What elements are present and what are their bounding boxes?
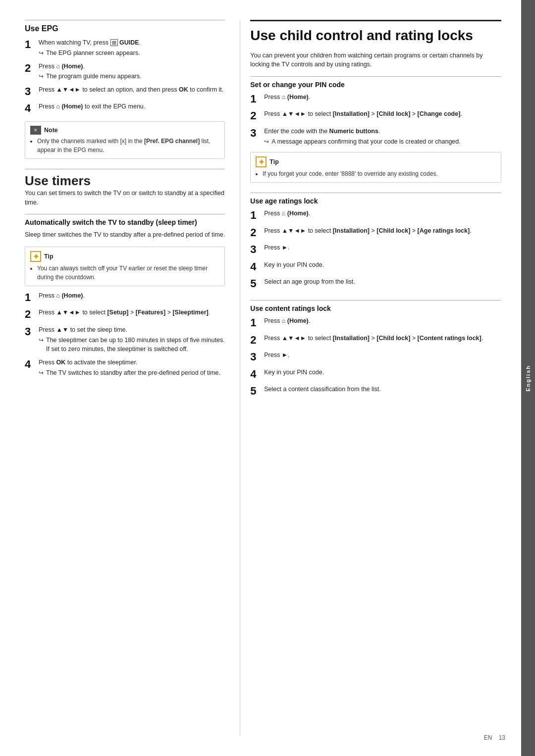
pin-tip-star-icon: ✦ [256,156,267,167]
age-step-1: 1 Press ⌂ (Home). [250,209,501,222]
pin-step-2: 2 Press ▲▼◄► to select [Installation] > … [250,109,501,122]
age-step-2-content: Press ▲▼◄► to select [Installation] > [C… [264,226,501,236]
right-column: Use child control and rating locks You c… [240,20,501,736]
epg-note-item-1: Only the channels marked with [x] in the… [37,137,219,154]
epg-step-2-number: 2 [25,62,39,75]
sleep-step-3-result: ↪ The sleeptimer can be up to 180 minute… [39,336,225,354]
content-step-4-number: 4 [250,368,264,381]
right-col-title-section: Use child control and rating locks You c… [250,20,501,69]
arrow-icon-1: ↪ [39,49,44,57]
epg-title: Use EPG [25,24,225,33]
content-step-1-content: Press ⌂ (Home). [264,316,501,326]
note-icon: ≡ [30,126,41,135]
epg-note-box: ≡ Note Only the channels marked with [x]… [25,121,225,159]
note-label: Note [44,127,58,134]
pin-tip-content: If you forget your code, enter '8888' to… [256,169,496,178]
pin-tip-box: ✦ Tip If you forget your code, enter '88… [250,152,501,183]
pin-tip-label: Tip [269,158,279,165]
pin-code-divider [250,76,501,77]
sleep-step-4-content: Press OK to activate the sleeptimer. ↪ T… [39,358,225,378]
epg-step-2: 2 Press ⌂ (Home). ↪ The program guide me… [25,62,225,82]
sleep-timer-divider [25,214,225,214]
pin-step-3-content: Enter the code with the Numeric buttons.… [264,127,501,147]
arrow-icon-2: ↪ [39,72,44,81]
content-step-4: 4 Key in your PIN code. [250,368,501,381]
page-number: 13 [499,734,505,741]
age-step-3-number: 3 [250,243,264,256]
age-step-4-number: 4 [250,260,264,273]
sleep-step-1: 1 Press ⌂ (Home). [25,291,225,304]
pin-code-steps: 1 Press ⌂ (Home). 2 Press ▲▼◄► to select… [250,93,501,146]
epg-step-2-result: ↪ The program guide menu appears. [39,72,225,81]
sleep-timer-intro: Sleep timer switches the TV to standby a… [25,230,225,240]
epg-step-4-number: 4 [25,102,39,115]
sleep-timer-tip-header: ✦ Tip [30,251,219,262]
age-step-3-content: Press ►. [264,243,501,252]
age-ratings-divider [250,193,501,193]
timers-title: Use timers [25,173,225,189]
pin-code-title: Set or change your PIN code [250,81,501,89]
age-step-5-number: 5 [250,277,264,290]
sleep-step-2-content: Press ▲▼◄► to select [Setup] > [Features… [39,308,225,317]
pin-code-section: Set or change your PIN code 1 Press ⌂ (H… [250,76,501,183]
epg-step-2-content: Press ⌂ (Home). ↪ The program guide menu… [39,62,225,82]
age-step-3: 3 Press ►. [250,243,501,256]
timers-intro: You can set timers to switch the TV on o… [25,189,225,207]
content-step-5-content: Select a content classification from the… [264,385,501,394]
pin-step-2-content: Press ▲▼◄► to select [Installation] > [C… [264,109,501,119]
sleep-step-1-content: Press ⌂ (Home). [39,291,225,301]
epg-step-1: 1 When watching TV, press ⊞ GUIDE. ↪ The… [25,38,225,58]
epg-note-header: ≡ Note [30,126,219,135]
sleep-step-4-number: 4 [25,358,39,371]
epg-step-1-number: 1 [25,38,39,51]
sleep-timer-steps: 1 Press ⌂ (Home). 2 Press ▲▼◄► to select… [25,291,225,378]
sleep-timer-tip-item-1: You can always switch off your TV earlie… [37,264,219,282]
epg-step-4-content: Press ⌂ (Home) to exit the EPG menu. [39,102,225,111]
sleep-step-3: 3 Press ▲▼ to set the sleep time. ↪ The … [25,325,225,354]
sleep-step-1-number: 1 [25,291,39,304]
content-step-5-number: 5 [250,385,264,398]
sleep-step-2-number: 2 [25,308,39,321]
pin-step-1-content: Press ⌂ (Home). [264,93,501,102]
epg-divider [25,20,225,20]
side-tab: English [521,0,535,756]
arrow-icon-pin-3: ↪ [264,137,269,146]
content-step-1-number: 1 [250,316,264,329]
arrow-icon-sleep-4: ↪ [39,368,44,377]
age-step-1-number: 1 [250,209,264,222]
content-ratings-divider [250,300,501,301]
pin-tip-item-1: If you forget your code, enter '8888' to… [263,169,496,178]
timers-divider [25,169,225,169]
pin-step-3-number: 3 [250,127,264,140]
sleep-step-4-result: ↪ The TV switches to standby after the p… [39,368,225,378]
sleep-step-3-number: 3 [25,325,39,338]
sleep-timer-tip-content: You can always switch off your TV earlie… [30,264,219,282]
sleep-timer-title: Automatically switch the TV to standby (… [25,218,225,226]
sleep-timer-tip-label: Tip [44,253,54,260]
epg-step-3: 3 Press ▲▼◄► to select an option, and th… [25,85,225,98]
content-step-3-number: 3 [250,351,264,363]
age-step-1-content: Press ⌂ (Home). [264,209,501,218]
pin-step-3: 3 Enter the code with the Numeric button… [250,127,501,147]
sleep-step-4: 4 Press OK to activate the sleeptimer. ↪… [25,358,225,378]
epg-step-3-number: 3 [25,85,39,98]
epg-steps: 1 When watching TV, press ⊞ GUIDE. ↪ The… [25,38,225,115]
age-step-2: 2 Press ▲▼◄► to select [Installation] > … [250,226,501,239]
guide-button-icon: ⊞ [110,39,118,46]
content-step-5: 5 Select a content classification from t… [250,385,501,398]
content-step-3-content: Press ►. [264,351,501,360]
pin-step-2-number: 2 [250,109,264,122]
pin-step-1: 1 Press ⌂ (Home). [250,93,501,105]
pin-step-1-number: 1 [250,93,264,105]
epg-step-1-result: ↪ The EPG planner screen appears. [39,49,225,58]
page-lang: EN [484,734,492,741]
content-step-2-number: 2 [250,334,264,347]
sleep-timer-tip-box: ✦ Tip You can always switch off your TV … [25,247,225,286]
tip-star-icon: ✦ [30,251,41,262]
age-step-5: 5 Select an age group from the list. [250,277,501,290]
age-step-4-content: Key in your PIN code. [264,260,501,270]
age-step-2-number: 2 [250,226,264,239]
pin-tip-header: ✦ Tip [256,156,496,167]
content-step-2: 2 Press ▲▼◄► to select [Installation] > … [250,334,501,347]
sleep-step-2: 2 Press ▲▼◄► to select [Setup] > [Featur… [25,308,225,321]
